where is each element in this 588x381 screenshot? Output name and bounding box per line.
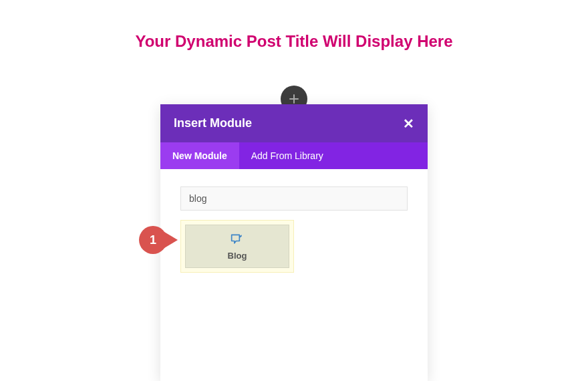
search-input[interactable] [180, 186, 408, 211]
modal-tabs: New Module Add From Library [160, 142, 428, 169]
tab-new-module[interactable]: New Module [160, 142, 239, 169]
blog-module-icon [231, 233, 244, 245]
modal-body: Blog [160, 169, 428, 381]
module-result-highlight: Blog [180, 220, 294, 273]
insert-module-modal: Insert Module ✕ New Module Add From Libr… [160, 104, 428, 381]
module-card-blog[interactable]: Blog [185, 225, 289, 268]
close-icon[interactable]: ✕ [403, 117, 414, 130]
annotation-number: 1 [139, 226, 167, 254]
annotation-pointer-icon [164, 232, 178, 248]
step-annotation-1: 1 [139, 226, 178, 254]
modal-title: Insert Module [174, 116, 252, 130]
module-card-label: Blog [186, 251, 289, 261]
plus-icon [289, 94, 299, 104]
page-title: Your Dynamic Post Title Will Display Her… [0, 0, 588, 51]
modal-header: Insert Module ✕ [160, 104, 428, 142]
tab-add-from-library[interactable]: Add From Library [239, 142, 335, 169]
